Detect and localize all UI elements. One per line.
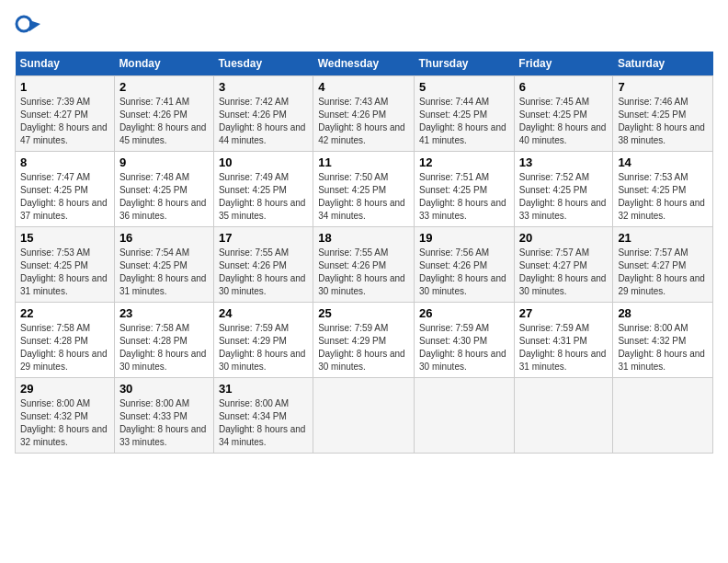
calendar-cell: 24Sunrise: 7:59 AMSunset: 4:29 PMDayligh… <box>213 303 313 378</box>
calendar-cell: 31Sunrise: 8:00 AMSunset: 4:34 PMDayligh… <box>213 378 313 454</box>
day-info: Sunrise: 7:43 AMSunset: 4:26 PMDaylight:… <box>318 96 409 147</box>
calendar-cell: 26Sunrise: 7:59 AMSunset: 4:30 PMDayligh… <box>415 303 515 378</box>
day-number: 21 <box>618 231 708 245</box>
day-info: Sunrise: 7:59 AMSunset: 4:29 PMDaylight:… <box>318 322 409 373</box>
day-number: 8 <box>20 155 109 169</box>
day-info: Sunrise: 7:50 AMSunset: 4:25 PMDaylight:… <box>318 171 409 223</box>
svg-point-0 <box>17 17 31 31</box>
day-number: 27 <box>519 306 609 320</box>
calendar-week-row: 22Sunrise: 7:58 AMSunset: 4:28 PMDayligh… <box>16 303 713 378</box>
day-info: Sunrise: 8:00 AMSunset: 4:32 PMDaylight:… <box>20 397 109 449</box>
day-number: 16 <box>119 231 209 245</box>
day-info: Sunrise: 7:41 AMSunset: 4:26 PMDaylight:… <box>119 96 209 147</box>
weekday-header-sunday: Sunday <box>16 52 115 76</box>
day-info: Sunrise: 7:58 AMSunset: 4:28 PMDaylight:… <box>119 322 209 373</box>
day-number: 3 <box>219 80 308 94</box>
calendar-cell <box>613 378 713 454</box>
day-number: 18 <box>318 231 409 245</box>
day-number: 1 <box>20 80 109 94</box>
day-number: 22 <box>20 306 109 320</box>
weekday-header-monday: Monday <box>114 52 213 76</box>
calendar-cell: 20Sunrise: 7:57 AMSunset: 4:27 PMDayligh… <box>514 227 613 303</box>
calendar-cell: 21Sunrise: 7:57 AMSunset: 4:27 PMDayligh… <box>613 227 713 303</box>
calendar-cell: 3Sunrise: 7:42 AMSunset: 4:26 PMDaylight… <box>213 76 313 152</box>
day-info: Sunrise: 7:55 AMSunset: 4:26 PMDaylight:… <box>219 247 308 298</box>
day-info: Sunrise: 7:48 AMSunset: 4:25 PMDaylight:… <box>119 171 209 223</box>
logo <box>15 15 44 40</box>
day-info: Sunrise: 8:00 AMSunset: 4:34 PMDaylight:… <box>219 397 308 449</box>
day-info: Sunrise: 7:52 AMSunset: 4:25 PMDaylight:… <box>519 171 609 223</box>
calendar-cell: 13Sunrise: 7:52 AMSunset: 4:25 PMDayligh… <box>514 152 613 227</box>
calendar-cell: 15Sunrise: 7:53 AMSunset: 4:25 PMDayligh… <box>16 227 115 303</box>
day-number: 17 <box>219 231 308 245</box>
day-info: Sunrise: 7:42 AMSunset: 4:26 PMDaylight:… <box>219 96 308 147</box>
weekday-header-saturday: Saturday <box>613 52 713 76</box>
calendar-cell <box>514 378 613 454</box>
day-info: Sunrise: 7:58 AMSunset: 4:28 PMDaylight:… <box>20 322 109 373</box>
day-info: Sunrise: 7:53 AMSunset: 4:25 PMDaylight:… <box>618 171 708 223</box>
calendar-cell <box>415 378 515 454</box>
day-info: Sunrise: 7:59 AMSunset: 4:30 PMDaylight:… <box>419 322 509 373</box>
day-number: 20 <box>519 231 609 245</box>
weekday-header-friday: Friday <box>514 52 613 76</box>
day-number: 26 <box>419 306 509 320</box>
calendar-header-row: SundayMondayTuesdayWednesdayThursdayFrid… <box>16 52 713 76</box>
calendar-cell: 19Sunrise: 7:56 AMSunset: 4:26 PMDayligh… <box>415 227 515 303</box>
day-number: 2 <box>119 80 209 94</box>
calendar-week-row: 1Sunrise: 7:39 AMSunset: 4:27 PMDaylight… <box>16 76 713 152</box>
page-header <box>15 15 713 40</box>
calendar-week-row: 8Sunrise: 7:47 AMSunset: 4:25 PMDaylight… <box>16 152 713 227</box>
svg-marker-1 <box>29 20 40 31</box>
day-number: 12 <box>419 155 509 169</box>
day-number: 24 <box>219 306 308 320</box>
day-info: Sunrise: 8:00 AMSunset: 4:32 PMDaylight:… <box>618 322 708 373</box>
calendar-cell: 17Sunrise: 7:55 AMSunset: 4:26 PMDayligh… <box>213 227 313 303</box>
day-info: Sunrise: 8:00 AMSunset: 4:33 PMDaylight:… <box>119 397 209 449</box>
calendar-cell: 5Sunrise: 7:44 AMSunset: 4:25 PMDaylight… <box>415 76 515 152</box>
calendar-cell: 18Sunrise: 7:55 AMSunset: 4:26 PMDayligh… <box>313 227 415 303</box>
calendar-cell: 16Sunrise: 7:54 AMSunset: 4:25 PMDayligh… <box>114 227 213 303</box>
calendar-cell: 1Sunrise: 7:39 AMSunset: 4:27 PMDaylight… <box>16 76 115 152</box>
logo-icon <box>15 15 40 40</box>
weekday-header-tuesday: Tuesday <box>213 52 313 76</box>
day-number: 4 <box>318 80 409 94</box>
day-number: 6 <box>519 80 609 94</box>
day-info: Sunrise: 7:39 AMSunset: 4:27 PMDaylight:… <box>20 96 109 147</box>
day-info: Sunrise: 7:56 AMSunset: 4:26 PMDaylight:… <box>419 247 509 298</box>
day-info: Sunrise: 7:59 AMSunset: 4:29 PMDaylight:… <box>219 322 308 373</box>
day-number: 10 <box>219 155 308 169</box>
day-info: Sunrise: 7:49 AMSunset: 4:25 PMDaylight:… <box>219 171 308 223</box>
day-number: 9 <box>119 155 209 169</box>
calendar-cell: 12Sunrise: 7:51 AMSunset: 4:25 PMDayligh… <box>415 152 515 227</box>
calendar-cell: 25Sunrise: 7:59 AMSunset: 4:29 PMDayligh… <box>313 303 415 378</box>
day-info: Sunrise: 7:59 AMSunset: 4:31 PMDaylight:… <box>519 322 609 373</box>
calendar-cell: 14Sunrise: 7:53 AMSunset: 4:25 PMDayligh… <box>613 152 713 227</box>
calendar-cell: 29Sunrise: 8:00 AMSunset: 4:32 PMDayligh… <box>16 378 115 454</box>
day-number: 30 <box>119 382 209 396</box>
day-info: Sunrise: 7:45 AMSunset: 4:25 PMDaylight:… <box>519 96 609 147</box>
day-number: 13 <box>519 155 609 169</box>
day-number: 19 <box>419 231 509 245</box>
day-number: 15 <box>20 231 109 245</box>
day-number: 14 <box>618 155 708 169</box>
day-number: 28 <box>618 306 708 320</box>
calendar-cell: 27Sunrise: 7:59 AMSunset: 4:31 PMDayligh… <box>514 303 613 378</box>
calendar-cell: 7Sunrise: 7:46 AMSunset: 4:25 PMDaylight… <box>613 76 713 152</box>
calendar-cell: 4Sunrise: 7:43 AMSunset: 4:26 PMDaylight… <box>313 76 415 152</box>
calendar-table: SundayMondayTuesdayWednesdayThursdayFrid… <box>15 52 713 454</box>
day-number: 7 <box>618 80 708 94</box>
calendar-cell: 6Sunrise: 7:45 AMSunset: 4:25 PMDaylight… <box>514 76 613 152</box>
day-number: 23 <box>119 306 209 320</box>
day-info: Sunrise: 7:54 AMSunset: 4:25 PMDaylight:… <box>119 247 209 298</box>
calendar-week-row: 29Sunrise: 8:00 AMSunset: 4:32 PMDayligh… <box>16 378 713 454</box>
calendar-cell: 9Sunrise: 7:48 AMSunset: 4:25 PMDaylight… <box>114 152 213 227</box>
calendar-cell: 30Sunrise: 8:00 AMSunset: 4:33 PMDayligh… <box>114 378 213 454</box>
calendar-cell: 22Sunrise: 7:58 AMSunset: 4:28 PMDayligh… <box>16 303 115 378</box>
calendar-cell: 23Sunrise: 7:58 AMSunset: 4:28 PMDayligh… <box>114 303 213 378</box>
calendar-cell <box>313 378 415 454</box>
calendar-cell: 2Sunrise: 7:41 AMSunset: 4:26 PMDaylight… <box>114 76 213 152</box>
day-info: Sunrise: 7:53 AMSunset: 4:25 PMDaylight:… <box>20 247 109 298</box>
calendar-cell: 28Sunrise: 8:00 AMSunset: 4:32 PMDayligh… <box>613 303 713 378</box>
day-info: Sunrise: 7:47 AMSunset: 4:25 PMDaylight:… <box>20 171 109 223</box>
day-number: 31 <box>219 382 308 396</box>
